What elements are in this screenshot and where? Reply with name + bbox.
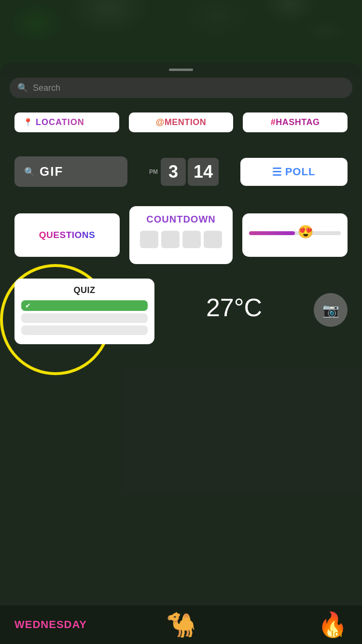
camera-icon: 📷	[322, 302, 339, 318]
sticker-hashtag[interactable]: #HASHTAG	[243, 112, 348, 132]
slider-track: 😍	[249, 231, 341, 235]
poll-label: POLL	[285, 166, 316, 178]
bottom-camel-emoji: 🐪	[125, 611, 237, 639]
countdown-block-3	[182, 231, 201, 248]
sticker-mention[interactable]: @MENTION	[129, 112, 234, 132]
sticker-time[interactable]: PM 3 14	[137, 158, 231, 186]
slider-emoji: 😍	[298, 224, 313, 239]
countdown-block-4	[204, 231, 222, 248]
countdown-block-2	[161, 231, 180, 248]
location-label: LOCATION	[36, 117, 84, 127]
location-pin-icon: 📍	[23, 118, 33, 127]
quiz-option-3	[21, 325, 148, 335]
countdown-label: COUNTDOWN	[146, 214, 215, 225]
sticker-row-1: 📍 LOCATION @MENTION #HASHTAG	[14, 112, 348, 132]
countdown-block-1	[140, 231, 158, 248]
slider-fill	[249, 231, 295, 235]
hashtag-label: #HASHTAG	[271, 117, 320, 127]
camera-button[interactable]: 📷	[314, 293, 348, 327]
bottom-day-label: WEDNESDAY	[14, 618, 125, 631]
search-icon: 🔍	[17, 83, 28, 93]
sticker-row-2: 🔍 GIF PM 3 14 POLL	[14, 156, 348, 187]
quiz-option-2	[21, 313, 148, 323]
mention-label: @MENTION	[156, 117, 207, 127]
sticker-slider[interactable]: 😍	[242, 213, 348, 257]
drag-handle[interactable]	[169, 69, 193, 71]
main-panel: 🔍 Search 📍 LOCATION @MENTION #HASHTAG	[0, 63, 362, 644]
gif-search-icon: 🔍	[24, 167, 35, 177]
temperature-sticker[interactable]: 27°C	[164, 293, 304, 322]
quiz-correct-option: ✔	[21, 300, 148, 311]
sticker-quiz-wrapper: QUIZ ✔	[14, 279, 154, 344]
search-placeholder: Search	[33, 83, 60, 93]
quiz-check-icon: ✔	[25, 302, 31, 309]
sticker-questions[interactable]: QUESTIONS	[14, 213, 120, 257]
sticker-row-3: QUESTIONS COUNTDOWN 😍	[14, 206, 348, 264]
search-bar[interactable]: 🔍 Search	[10, 78, 352, 98]
time-period: PM	[149, 168, 158, 175]
sticker-location[interactable]: 📍 LOCATION	[14, 112, 119, 132]
sticker-poll[interactable]: POLL	[240, 158, 348, 186]
poll-lines-icon	[273, 168, 281, 176]
bottom-bar: WEDNESDAY 🐪 🔥 lol	[0, 605, 362, 644]
quiz-label: QUIZ	[21, 285, 148, 295]
bottom-lol-text: lol	[331, 629, 343, 639]
sticker-countdown[interactable]: COUNTDOWN	[129, 206, 233, 264]
time-hours: 3	[161, 158, 186, 186]
questions-label: QUESTIONS	[39, 230, 95, 240]
time-minutes: 14	[188, 158, 219, 186]
countdown-blocks	[140, 231, 222, 248]
sticker-row-4: QUIZ ✔ 27°C 📷	[14, 279, 348, 344]
sticker-gif[interactable]: 🔍 GIF	[14, 156, 127, 187]
sticker-quiz[interactable]: QUIZ ✔	[14, 279, 154, 344]
stickers-grid: 📍 LOCATION @MENTION #HASHTAG 🔍 GIF	[0, 98, 362, 344]
gif-label: GIF	[40, 164, 63, 179]
